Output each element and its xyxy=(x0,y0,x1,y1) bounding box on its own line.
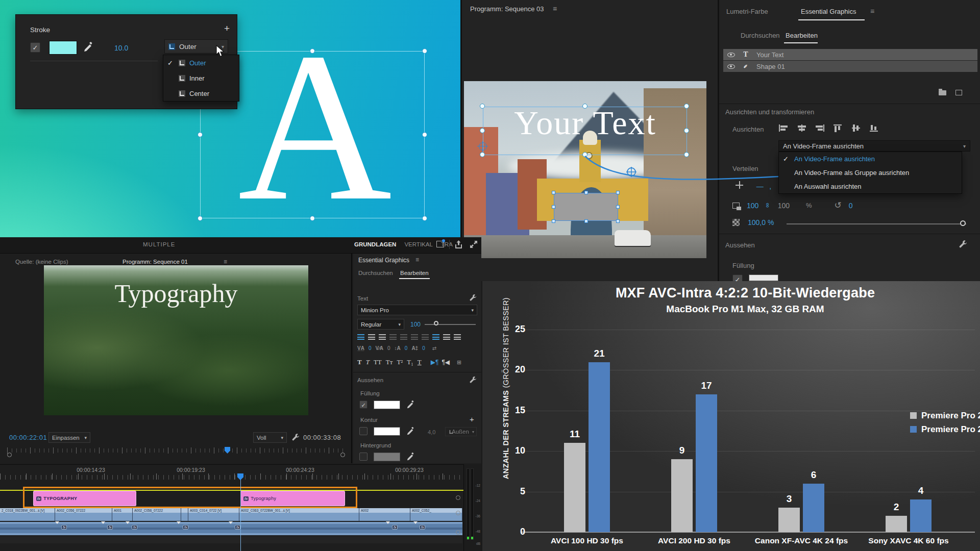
baseline-shift-value[interactable]: 0 xyxy=(422,345,425,351)
video-clip[interactable] xyxy=(181,508,188,521)
panel-menu-icon[interactable]: ≡ xyxy=(415,256,419,263)
align-right-icon[interactable] xyxy=(815,124,825,132)
align-right-icon[interactable] xyxy=(379,334,386,340)
chart-bar[interactable] xyxy=(564,443,585,532)
scale-y-value[interactable]: 100 xyxy=(778,202,790,210)
justify-last-left-icon[interactable] xyxy=(432,334,439,340)
rotation-value[interactable]: 0 xyxy=(849,202,853,210)
justify-last-right-icon[interactable] xyxy=(454,334,461,340)
justify-left-icon[interactable] xyxy=(389,334,397,340)
settings-wrench-icon[interactable] xyxy=(292,433,300,441)
chart-bar[interactable] xyxy=(886,516,907,532)
layer-row-shape-01[interactable]: ✒ Shape 01 xyxy=(723,61,977,72)
ltr-paragraph-button[interactable]: ▶¶ xyxy=(431,359,439,366)
panel-menu-icon[interactable]: ≡ xyxy=(870,7,874,15)
eye-icon[interactable] xyxy=(727,53,735,57)
program-video-frame[interactable]: Your Text xyxy=(464,81,706,258)
source-tab[interactable]: Quelle: (keine Clips) xyxy=(15,259,68,265)
fill-color-swatch[interactable] xyxy=(749,274,778,281)
workspace-tab-grundlagen[interactable]: GRUNDLAGEN xyxy=(354,241,396,247)
add-stroke-button[interactable]: + xyxy=(470,415,474,423)
align-center-icon[interactable] xyxy=(368,334,375,340)
opacity-slider[interactable] xyxy=(787,223,966,224)
wrench-icon[interactable] xyxy=(959,240,967,248)
chart-bar[interactable] xyxy=(778,508,800,532)
track-scroll-dot[interactable] xyxy=(456,511,460,515)
background-checkbox[interactable] xyxy=(359,453,368,461)
selection-handle[interactable] xyxy=(480,152,485,157)
all-caps-button[interactable]: TT xyxy=(374,358,382,366)
stroke-color-swatch[interactable] xyxy=(49,41,77,55)
superscript-button[interactable]: T² xyxy=(397,358,403,366)
chart-bar[interactable] xyxy=(803,484,824,532)
align-center-horizontal-icon[interactable] xyxy=(797,124,807,132)
selection-handle[interactable] xyxy=(582,104,587,109)
selection-handle[interactable] xyxy=(198,132,203,137)
indent-icon[interactable]: ⇄ xyxy=(432,345,436,351)
selection-handle[interactable] xyxy=(422,48,427,54)
video-clip[interactable]: A001 xyxy=(112,508,133,521)
video-clip[interactable]: A003_C014_0722 [V] xyxy=(188,508,239,521)
program-monitor-tab[interactable]: Programm: Sequence 03 xyxy=(470,5,544,13)
video-clip[interactable]: A002_C052_ xyxy=(410,508,462,521)
fill-color-swatch[interactable] xyxy=(374,400,400,409)
video-clip[interactable]: A002_C056_07222 xyxy=(55,508,112,521)
align-center-vertical-icon[interactable] xyxy=(851,124,862,132)
rtl-paragraph-button[interactable]: ¶◀ xyxy=(442,359,450,366)
video-clip[interactable]: A002 xyxy=(359,508,410,521)
menu-item-outer[interactable]: ✓ Outer xyxy=(163,55,239,70)
shape-handle[interactable] xyxy=(584,219,588,223)
panel-menu-icon[interactable]: ≡ xyxy=(224,258,227,265)
stroke-width-value[interactable]: 10.0 xyxy=(114,44,128,52)
scrubber[interactable] xyxy=(7,447,345,458)
small-caps-button[interactable]: Tᴛ xyxy=(386,358,393,366)
menu-item-center[interactable]: Center xyxy=(163,86,239,101)
menu-item-video-frame-group[interactable]: An Video-Frame als Gruppe ausrichten xyxy=(779,166,962,180)
opacity-slider-knob[interactable] xyxy=(960,220,966,226)
justify-center-icon[interactable] xyxy=(400,334,407,340)
align-left-icon[interactable] xyxy=(357,334,364,340)
stroke-enabled-checkbox[interactable]: ✓ xyxy=(30,42,40,53)
eyedropper-icon[interactable] xyxy=(406,400,414,409)
chart-bar[interactable] xyxy=(671,459,693,532)
eyedropper-icon[interactable] xyxy=(83,41,92,53)
video-clip[interactable]: A002_C063_0722BW_001...s [V] xyxy=(239,508,359,521)
subtab-bearbeiten[interactable]: Bearbeiten xyxy=(786,32,818,39)
link-icon[interactable]: ∞ xyxy=(765,203,772,208)
wrench-icon[interactable] xyxy=(470,376,477,383)
subscript-button[interactable]: T₁ xyxy=(407,358,413,366)
leading-value[interactable]: 0 xyxy=(405,345,408,351)
align-top-icon[interactable] xyxy=(833,124,843,132)
new-folder-icon[interactable] xyxy=(939,90,946,95)
italic-button[interactable]: T xyxy=(366,358,370,366)
selection-handle[interactable] xyxy=(422,132,427,137)
layer-row-your-text[interactable]: T Your Text xyxy=(723,49,977,60)
wrench-icon[interactable] xyxy=(470,294,477,301)
chart-bar[interactable] xyxy=(696,394,717,532)
program-tab[interactable]: Programm: Sequence 01 xyxy=(122,259,188,265)
workspace-switcher-icon[interactable] xyxy=(436,241,444,247)
new-layer-icon[interactable] xyxy=(955,90,962,95)
selection-handle[interactable] xyxy=(684,104,689,109)
tracking-value[interactable]: 0 xyxy=(369,345,372,351)
font-size-value[interactable]: 100 xyxy=(410,321,421,328)
eyedropper-icon[interactable] xyxy=(406,427,414,436)
align-left-icon[interactable] xyxy=(778,124,789,132)
menu-item-selection[interactable]: An Auswahl ausrichten xyxy=(779,180,962,193)
shape-handle[interactable] xyxy=(552,205,555,209)
fill-checkbox[interactable]: ✓ xyxy=(359,400,368,409)
tab-essential-graphics[interactable]: Essential Graphics xyxy=(801,8,856,15)
anchor-point-icon[interactable] xyxy=(479,142,487,151)
workspace-tab-vertikal[interactable]: VERTIKAL xyxy=(404,241,432,247)
position-x-value[interactable]: — xyxy=(756,182,764,190)
menu-item-video-frame[interactable]: ✓ An Video-Frame ausrichten xyxy=(779,152,962,166)
eyedropper-icon[interactable] xyxy=(406,452,414,461)
opacity-value[interactable]: 100,0 % xyxy=(748,218,774,227)
stroke-width-value[interactable]: 4,0 xyxy=(428,429,435,435)
selection-handle[interactable] xyxy=(422,216,427,221)
shape-handle[interactable] xyxy=(616,205,620,209)
chart-bar[interactable] xyxy=(910,499,932,532)
justify-last-center-icon[interactable] xyxy=(443,334,450,340)
subtab-durchsuchen[interactable]: Durchsuchen xyxy=(741,32,780,39)
justify-full-icon[interactable] xyxy=(422,334,429,340)
